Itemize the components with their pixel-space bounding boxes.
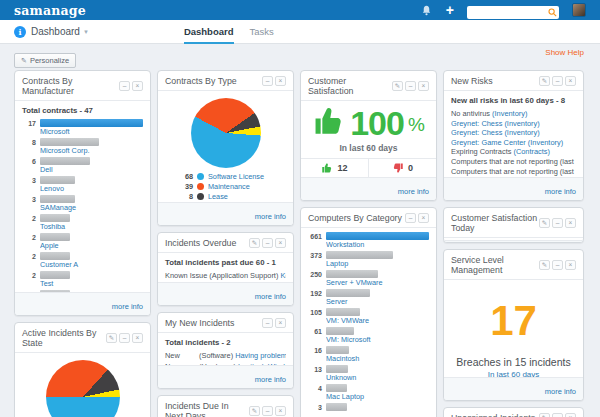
bar-label[interactable]: VM: Microsoft (326, 335, 429, 344)
close-widget-button[interactable]: × (418, 81, 429, 91)
edit-widget-button[interactable]: ✎ (539, 218, 550, 228)
close-widget-button[interactable]: × (565, 260, 576, 270)
show-help-link[interactable]: Show Help (545, 48, 584, 57)
widget-title: Computers By Category (308, 213, 402, 223)
close-widget-button[interactable]: × (275, 318, 286, 328)
item-link[interactable]: Having problem to (235, 351, 286, 360)
bar-label[interactable]: Toshiba (40, 222, 143, 231)
more-info-link[interactable]: more info (255, 375, 286, 384)
close-widget-button[interactable]: × (275, 406, 286, 416)
more-info-link[interactable]: more info (255, 212, 286, 221)
more-info-link[interactable]: more info (545, 387, 576, 396)
minimize-widget-button[interactable]: – (405, 81, 416, 91)
bar (40, 176, 75, 184)
bar-label[interactable]: Unknown (326, 373, 429, 382)
incidents-state-pie-chart (46, 360, 120, 417)
notifications-bell-icon[interactable] (421, 4, 433, 16)
item-text: Known Issue (Application Support) (165, 271, 280, 280)
bar-label[interactable]: Server (326, 297, 429, 306)
bar-label[interactable]: Apple (40, 241, 143, 250)
search-input[interactable] (467, 6, 559, 19)
search-icon[interactable] (548, 3, 557, 21)
close-widget-button[interactable]: × (132, 81, 143, 91)
chevron-down-icon[interactable]: ▼ (83, 29, 89, 35)
bar-label[interactable]: Microsoft Corp. (40, 146, 143, 155)
edit-widget-button[interactable]: ✎ (539, 413, 550, 417)
bar-label[interactable]: Server + VMware (326, 278, 429, 287)
widget-computers-by-category: Computers By Category –× 661Workstation3… (300, 207, 437, 417)
incident-state: New (165, 351, 199, 362)
bar-label[interactable]: Microsoft (40, 127, 143, 136)
close-widget-button[interactable]: × (565, 413, 576, 417)
bar (326, 365, 348, 373)
close-widget-button[interactable]: × (275, 76, 286, 86)
widget-title: Service Level Management (451, 255, 539, 275)
close-widget-button[interactable]: × (565, 76, 576, 86)
tab-tasks[interactable]: Tasks (250, 20, 274, 44)
more-info-link[interactable]: more info (545, 187, 576, 196)
minimize-widget-button[interactable]: – (552, 218, 563, 228)
item-link[interactable]: (Inventory) (492, 109, 527, 118)
close-widget-button[interactable]: × (132, 333, 143, 343)
widget-title: My New Incidents (165, 318, 234, 328)
legend-label[interactable]: Software License (208, 172, 264, 181)
bar-row: 661Workstation (308, 232, 429, 249)
minimize-widget-button[interactable]: – (552, 260, 563, 270)
bar-value: 3 (308, 403, 326, 411)
personalize-button[interactable]: ✎ Personalize (14, 53, 76, 68)
close-widget-button[interactable]: × (565, 218, 576, 228)
widget-title: Active Incidents By State (22, 328, 106, 348)
minimize-widget-button[interactable]: – (262, 238, 273, 248)
tab-dashboard[interactable]: Dashboard (184, 20, 234, 44)
bar-label[interactable]: Test (40, 279, 143, 288)
item-link[interactable]: (Contracts) (513, 147, 550, 156)
legend-dot-icon (197, 183, 204, 190)
edit-widget-button[interactable]: ✎ (106, 333, 117, 343)
more-info-link[interactable]: more info (398, 187, 429, 196)
edit-widget-button[interactable]: ✎ (539, 260, 550, 270)
minimize-widget-button[interactable]: – (262, 76, 273, 86)
minimize-widget-button[interactable]: – (552, 76, 563, 86)
bar (326, 327, 354, 335)
bar-label[interactable]: Mac Laptop (326, 392, 429, 401)
edit-widget-button[interactable]: ✎ (249, 238, 260, 248)
minimize-widget-button[interactable]: – (552, 413, 563, 417)
widget-title: Unassigned Incidents (451, 413, 535, 417)
minimize-widget-button[interactable]: – (405, 213, 416, 223)
item-link[interactable]: Greynet: Chess (Inventory) (451, 119, 540, 128)
edit-widget-button[interactable]: ✎ (392, 81, 403, 91)
bar-label[interactable]: Lenovo (40, 184, 143, 193)
item-link[interactable]: Keyboard (280, 271, 286, 280)
close-widget-button[interactable]: × (275, 238, 286, 248)
bar-label[interactable]: Laptop (326, 259, 429, 268)
add-new-button[interactable]: + (446, 4, 454, 16)
legend-label[interactable]: Lease (208, 192, 228, 201)
close-widget-button[interactable]: × (418, 213, 429, 223)
minimize-widget-button[interactable]: – (262, 318, 273, 328)
bar-value: 192 (308, 289, 326, 306)
percent-sign: % (408, 114, 425, 136)
more-info-link[interactable]: more info (255, 292, 286, 301)
edit-widget-button[interactable]: ✎ (539, 76, 550, 86)
bar-label[interactable]: Workstation (326, 240, 429, 249)
bar-value: 2 (22, 252, 40, 269)
bar-label[interactable]: Customer A (40, 260, 143, 269)
sla-period-link[interactable]: In last 60 days (451, 370, 576, 377)
item-link[interactable]: Greynet: Game Center (Inventory) (451, 138, 563, 147)
bar-row: 13Unknown (308, 365, 429, 382)
thumbs-down-count-cell: 0 (369, 159, 436, 177)
item-link[interactable]: Greynet: Chess (Inventory) (451, 128, 540, 137)
edit-widget-button[interactable]: ✎ (249, 406, 260, 416)
minimize-widget-button[interactable]: – (262, 406, 273, 416)
more-info-link[interactable]: more info (112, 302, 143, 311)
user-avatar[interactable] (572, 3, 586, 17)
minimize-widget-button[interactable]: – (119, 333, 130, 343)
bar-label[interactable]: Dell (40, 165, 143, 174)
top-bar: samanage + (0, 0, 600, 20)
bar-label[interactable]: SAManage (40, 203, 143, 212)
bar-label[interactable]: VM: VMWare (326, 316, 429, 325)
context-menu[interactable]: Dashboard (31, 26, 80, 37)
minimize-widget-button[interactable]: – (119, 81, 130, 91)
bar-label[interactable]: Macintosh (326, 354, 429, 363)
legend-label[interactable]: Maintenance (208, 182, 250, 191)
